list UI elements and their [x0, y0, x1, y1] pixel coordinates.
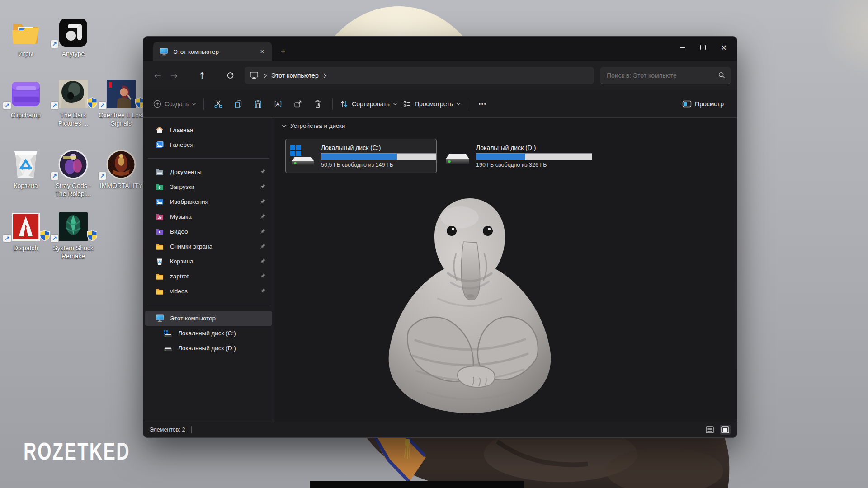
tab-close-button[interactable]: × [257, 47, 267, 56]
free-space-label: 50,5 ГБ свободно из 149 ГБ [321, 162, 436, 168]
sidebar-item-documents[interactable]: Документы [143, 164, 274, 179]
videos-folder-icon [155, 228, 164, 236]
chevron-down-icon [456, 103, 461, 105]
sidebar-item-local-disk-d[interactable]: Локальный диск (D:) [143, 341, 274, 356]
desktop-icon-anytype[interactable]: ↗ Anytype [50, 16, 97, 58]
desktop-icon-dispatch[interactable]: ↗ Dispatch [2, 211, 49, 253]
explorer-window: Этот компьютер × + × ← → ↑ [143, 36, 737, 438]
close-button[interactable]: × [713, 38, 734, 56]
chevron-down-icon [393, 103, 397, 105]
refresh-button[interactable] [222, 67, 238, 84]
desktop-icon-games[interactable]: Игры [2, 16, 49, 58]
shortcut-arrow-icon: ↗ [3, 102, 11, 109]
chevron-right-icon[interactable] [323, 73, 326, 78]
chevron-down-icon [192, 103, 196, 105]
downloads-folder-icon [155, 183, 164, 191]
paste-button[interactable] [248, 95, 268, 113]
status-divider [191, 426, 192, 433]
details-view-button[interactable] [704, 425, 715, 435]
sidebar-item-zaptret[interactable]: zaptret [143, 269, 274, 284]
sidebar-divider [148, 158, 269, 159]
pin-icon [260, 213, 266, 221]
uac-shield-icon [87, 230, 98, 243]
copy-button[interactable] [228, 95, 248, 113]
toolbar-divider [332, 98, 333, 110]
drive-icon [163, 344, 172, 352]
shortcut-arrow-icon: ↗ [51, 235, 58, 242]
new-tab-button[interactable]: + [275, 45, 291, 58]
section-devices-and-drives[interactable]: Устройства и диски [282, 122, 345, 129]
rozetked-watermark: ROZETKED [24, 437, 130, 465]
documents-folder-icon [155, 168, 164, 176]
this-pc-icon [155, 314, 164, 323]
view-button[interactable]: Просмотреть [400, 95, 463, 113]
desktop-icon-dark-pictures[interactable]: ↗ The Dark Pictures ... [50, 78, 97, 127]
sidebar-item-music[interactable]: Музыка [143, 209, 274, 224]
capacity-bar [476, 153, 592, 160]
address-bar[interactable]: Этот компьютер [245, 67, 594, 84]
drive-tile-d[interactable]: Локальный диск (D:) 190 ГБ свободно из 3… [441, 139, 592, 173]
toolbar-divider [468, 98, 468, 110]
sidebar-item-gallery[interactable]: Галерея [143, 137, 274, 152]
rename-button[interactable]: A [268, 95, 288, 113]
maximize-button[interactable] [693, 38, 713, 56]
tab-this-pc[interactable]: Этот компьютер × [153, 42, 272, 61]
shortcut-arrow-icon: ↗ [99, 102, 106, 109]
sidebar-item-videos[interactable]: Видео [143, 224, 274, 239]
paste-icon [254, 99, 263, 108]
sidebar-item-downloads[interactable]: Загрузки [143, 179, 274, 194]
more-options-button[interactable]: ••• [473, 95, 493, 113]
sidebar-item-videos-folder[interactable]: videos [143, 284, 274, 299]
desktop-icon-clipchamp[interactable]: ↗ Clipchamp [2, 78, 49, 120]
uac-shield-icon [39, 230, 50, 243]
tab-title: Этот компьютер [173, 48, 257, 55]
large-icons-view-button[interactable] [720, 425, 731, 435]
preview-pane-button[interactable]: Просмотр [679, 95, 730, 113]
sidebar-item-recycle-bin[interactable]: Корзина [143, 254, 274, 269]
desktop-icon-oxenfree[interactable]: ↗ Oxenfree II Lost Signals [98, 78, 145, 127]
sort-button[interactable]: Сортировать [337, 95, 400, 113]
share-button[interactable] [288, 95, 308, 113]
wallpaper-dark-strip [310, 481, 524, 488]
chevron-down-icon[interactable] [282, 124, 287, 127]
shortcut-arrow-icon: ↗ [51, 40, 58, 48]
desktop-icon-stray-gods[interactable]: ↗ Stray Gods - The Rolepl... [50, 148, 97, 198]
items-count: Элементов: 2 [150, 427, 185, 433]
sidebar-item-pictures[interactable]: Изображения [143, 194, 274, 209]
folder-icon [2, 16, 49, 49]
back-button[interactable]: ← [150, 67, 166, 84]
delete-button[interactable] [308, 95, 328, 113]
desktop-icon-immortality[interactable]: ↗ IMMORTALITY [98, 148, 145, 190]
folder-icon [155, 287, 164, 296]
sidebar-item-local-disk-c[interactable]: Локальный диск (C:) [143, 326, 274, 341]
minimize-button[interactable] [672, 38, 693, 56]
forward-button[interactable]: → [166, 67, 182, 84]
desktop-icon-system-shock[interactable]: ↗ System Shock Remake [50, 211, 97, 260]
pin-icon [260, 288, 266, 295]
drive-tile-c[interactable]: Локальный диск (C:) 50,5 ГБ свободно из … [285, 139, 437, 173]
desktop-icon-recycle-bin[interactable]: Корзина [2, 148, 49, 190]
sidebar-item-home[interactable]: Главная [143, 122, 274, 137]
system-drive-icon [163, 329, 172, 338]
search-icon [718, 72, 725, 79]
search-box[interactable] [600, 67, 731, 84]
up-button[interactable]: ↑ [194, 67, 210, 84]
breadcrumb-this-pc[interactable]: Этот компьютер [271, 72, 319, 79]
cut-button[interactable] [208, 95, 228, 113]
search-input[interactable] [606, 71, 718, 80]
large-icons-view-icon [721, 426, 729, 433]
view-options-icon [403, 100, 411, 108]
share-icon [293, 99, 302, 108]
cut-icon [214, 99, 223, 108]
sidebar-item-this-pc[interactable]: Этот компьютер [145, 311, 272, 326]
shortcut-arrow-icon: ↗ [3, 235, 11, 242]
capacity-bar [321, 153, 436, 160]
sidebar-item-screenshots[interactable]: Снимки экрана [143, 239, 274, 254]
titlebar[interactable]: Этот компьютер × + × [143, 37, 737, 61]
ellipsis-icon: ••• [479, 101, 487, 107]
trash-icon [313, 99, 322, 108]
game-cover-icon: ↗ [50, 211, 97, 243]
refresh-icon [226, 72, 234, 80]
create-button[interactable]: Создать [151, 95, 199, 113]
pin-icon [260, 273, 266, 280]
